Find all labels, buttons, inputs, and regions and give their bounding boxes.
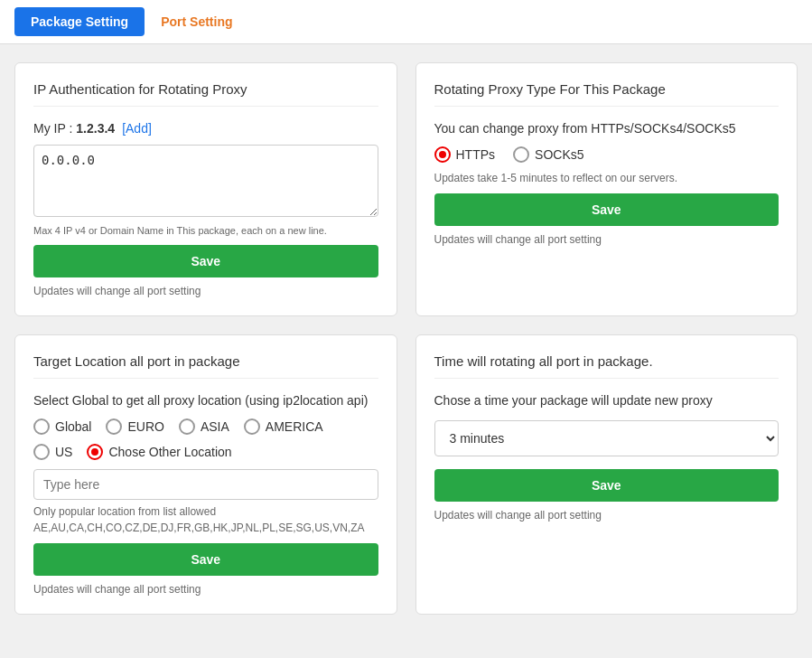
https-option[interactable]: HTTPs — [434, 146, 496, 163]
ip-help-text: Max 4 IP v4 or Domain Name in This packa… — [33, 225, 378, 236]
port-setting-tab[interactable]: Port Setting — [145, 7, 248, 36]
time-save-button[interactable]: Save — [434, 469, 779, 502]
ip-value: 1.2.3.4 — [76, 121, 115, 136]
country-codes: AE,AU,CA,CH,CO,CZ,DE,DJ,FR,GB,HK,JP,NL,P… — [33, 522, 378, 534]
https-label: HTTPs — [456, 147, 496, 162]
us-radio[interactable] — [33, 444, 50, 460]
america-label: AMERICA — [266, 419, 323, 434]
time-rotating-title: Time will rotating all port in package. — [434, 353, 779, 379]
ip-auth-title: IP Authentication for Rotating Proxy — [33, 81, 378, 107]
asia-option[interactable]: ASIA — [179, 418, 229, 435]
global-label: Global — [55, 419, 91, 434]
us-option[interactable]: US — [33, 444, 72, 460]
euro-option[interactable]: EURO — [106, 418, 163, 435]
socks5-label: SOCKs5 — [535, 147, 583, 162]
global-option[interactable]: Global — [33, 418, 91, 435]
location-description: Select Global to get all proxy location … — [33, 393, 378, 408]
my-ip-row: My IP : 1.2.3.4 [Add] — [33, 121, 378, 136]
america-radio[interactable] — [244, 418, 260, 435]
socks5-option[interactable]: SOCKs5 — [513, 146, 583, 163]
ip-save-button[interactable]: Save — [33, 245, 378, 277]
ip-auth-card: IP Authentication for Rotating Proxy My … — [14, 62, 397, 316]
us-label: US — [55, 445, 72, 459]
asia-radio[interactable] — [179, 418, 195, 435]
location-radio-row-1: Global EURO ASIA AMERICA — [33, 418, 378, 435]
time-select[interactable]: 1 minute 2 minutes 3 minutes 5 minutes 1… — [434, 420, 779, 456]
euro-label: EURO — [127, 419, 163, 434]
top-navigation: Package Setting Port Setting — [0, 0, 812, 44]
socks5-radio[interactable] — [513, 146, 529, 163]
location-radio-row-2: US Chose Other Location — [33, 444, 378, 460]
america-option[interactable]: AMERICA — [244, 418, 323, 435]
proxy-description: You can change proxy from HTTPs/SOCKs4/S… — [434, 121, 779, 136]
add-ip-link[interactable]: [Add] — [122, 121, 152, 136]
time-rotating-card: Time will rotating all port in package. … — [415, 334, 798, 615]
proxy-type-update-note: Updates will change all port setting — [434, 233, 779, 246]
package-setting-tab[interactable]: Package Setting — [14, 7, 145, 36]
target-location-title: Target Location all port in package — [33, 353, 378, 379]
global-radio[interactable] — [33, 418, 50, 435]
proxy-type-radio-group: HTTPs SOCKs5 — [434, 146, 779, 163]
only-popular-note: Only popular location from list allowed — [33, 505, 378, 518]
proxy-type-save-button[interactable]: Save — [434, 193, 779, 226]
location-save-button[interactable]: Save — [33, 543, 378, 576]
euro-radio[interactable] — [106, 418, 122, 435]
rotating-proxy-title: Rotating Proxy Type For This Package — [434, 81, 779, 107]
ip-textarea[interactable]: 0.0.0.0 — [33, 145, 378, 217]
https-radio[interactable] — [434, 146, 451, 163]
time-update-note: Updates will change all port setting — [434, 509, 779, 522]
target-location-card: Target Location all port in package Sele… — [14, 334, 397, 615]
update-time-note: Updates take 1-5 minutes to reflect on o… — [434, 172, 779, 184]
chose-other-radio[interactable] — [87, 444, 103, 460]
location-update-note: Updates will change all port setting — [33, 583, 378, 596]
location-type-input[interactable] — [33, 469, 378, 500]
chose-other-label: Chose Other Location — [108, 445, 231, 459]
time-description: Chose a time your package will update ne… — [434, 393, 779, 408]
chose-other-option[interactable]: Chose Other Location — [87, 444, 231, 460]
rotating-proxy-card: Rotating Proxy Type For This Package You… — [415, 62, 798, 316]
my-ip-label: My IP : — [33, 121, 72, 136]
ip-update-note: Updates will change all port setting — [33, 285, 378, 297]
asia-label: ASIA — [201, 419, 229, 434]
main-content: IP Authentication for Rotating Proxy My … — [0, 44, 812, 633]
